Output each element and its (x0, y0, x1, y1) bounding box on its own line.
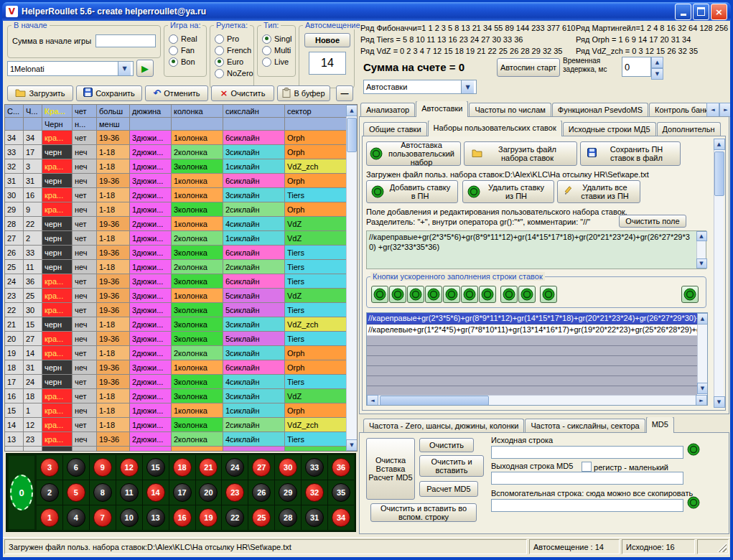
bet-chip-6[interactable] (461, 286, 478, 303)
scroll-down-icon[interactable]: ▼ (697, 383, 709, 394)
column-header[interactable]: Черн (42, 118, 73, 131)
tab-bottom-2[interactable]: MD5 (646, 417, 674, 433)
scroll-down-icon[interactable]: ▼ (346, 439, 358, 451)
number-chip[interactable]: 25 (252, 508, 271, 527)
board-cell-23[interactable]: 23 (222, 480, 248, 505)
scroll-up-icon[interactable]: ▲ (714, 139, 725, 150)
md5-helper-input[interactable] (491, 499, 683, 512)
number-chip[interactable]: 23 (225, 483, 244, 502)
table-row[interactable]: 2027кра...неч19-363дюжи...3колонка5сикла… (5, 332, 346, 346)
column-header[interactable]: менш (97, 118, 130, 131)
radio-fan[interactable]: Fan (169, 45, 205, 56)
board-cell-22[interactable]: 22 (222, 505, 248, 530)
number-chip[interactable]: 26 (252, 483, 271, 502)
number-chip[interactable]: 20 (199, 483, 218, 502)
number-chip[interactable]: 3 (40, 458, 59, 477)
table-row[interactable]: 2115черннеч1-182дюжи...3колонка3сиклайнV… (5, 317, 346, 332)
board-cell-10[interactable]: 10 (116, 505, 142, 530)
column-header[interactable]: чет (73, 105, 97, 118)
number-chip[interactable]: 5 (67, 483, 85, 502)
number-chip[interactable]: 29 (279, 483, 297, 502)
board-cell-6[interactable]: 6 (63, 455, 89, 480)
play-button[interactable]: ▶ (136, 60, 154, 77)
radio-real[interactable]: Real (169, 33, 205, 45)
md5-clear-paste-button[interactable]: Очистить и вставить (419, 455, 484, 477)
board-cell-16[interactable]: 16 (169, 505, 195, 530)
number-chip[interactable]: 6 (67, 458, 85, 477)
board-cell-31[interactable]: 31 (302, 505, 327, 530)
board-cell-21[interactable]: 21 (196, 455, 222, 480)
number-chip[interactable]: 22 (225, 508, 244, 527)
board-cell-14[interactable]: 14 (143, 480, 169, 505)
board-cell-3[interactable]: 3 (37, 455, 62, 480)
table-row[interactable]: 2325кра...неч19-363дюжи...1колонка5сикла… (5, 289, 346, 303)
close-button[interactable]: × (711, 4, 727, 20)
table-row[interactable]: 323кра...неч1-181дюжи...3колонка1сиклайн… (5, 159, 346, 174)
zero-chip[interactable]: 0 (10, 475, 33, 510)
column-header[interactable] (285, 118, 346, 131)
table-row[interactable]: 1914кра...чет1-182дюжи...2колонка3сиклай… (5, 346, 346, 360)
number-chip[interactable]: 27 (252, 458, 271, 477)
number-chip[interactable]: 18 (173, 458, 192, 477)
minimize-button[interactable] (675, 4, 691, 20)
radio-nozero[interactable]: NoZero (215, 67, 252, 79)
number-chip[interactable]: 24 (225, 458, 244, 477)
save-set-file-button[interactable]: Сохранить ПН ставок в файл (580, 141, 681, 166)
number-chip[interactable]: 30 (279, 458, 297, 477)
board-cell-27[interactable]: 27 (248, 455, 274, 480)
scroll-down-icon[interactable]: ▼ (714, 396, 725, 408)
number-chip[interactable]: 7 (93, 508, 112, 527)
scroll-up-icon[interactable]: ▲ (346, 105, 358, 116)
radio-multi[interactable]: Multi (262, 45, 294, 56)
list-item[interactable]: //карелевые+gr(1*2*4*5)+gr(7*8*10*11)+gr… (367, 325, 697, 336)
bet-chip-4[interactable] (425, 286, 442, 303)
number-chip[interactable]: 4 (67, 508, 85, 527)
number-chip[interactable]: 21 (199, 458, 218, 477)
table-row[interactable]: 2633черннеч19-363дюжи...3колонка6сиклайн… (5, 246, 346, 260)
board-cell-15[interactable]: 15 (143, 455, 169, 480)
list-scroll-thumb[interactable] (380, 396, 489, 406)
chevron-down-icon[interactable]: ▼ (461, 80, 474, 93)
md5-output-input[interactable] (491, 472, 683, 485)
board-cell-19[interactable]: 19 (196, 505, 222, 530)
panel-scroll-thumb[interactable] (714, 151, 724, 196)
clear-field-button[interactable]: Очистить поле (619, 215, 686, 228)
board-cell-24[interactable]: 24 (222, 455, 248, 480)
column-header[interactable] (172, 118, 223, 131)
radio-live[interactable]: Live (262, 56, 294, 67)
number-chip[interactable]: 17 (173, 483, 192, 502)
scroll-left-icon[interactable]: ◄ (367, 395, 378, 406)
column-header[interactable]: С... (5, 105, 24, 118)
number-chip[interactable]: 2 (40, 483, 59, 502)
number-chip[interactable]: 19 (199, 508, 218, 527)
number-chip[interactable]: 14 (146, 483, 165, 502)
tab-sub-0[interactable]: Общие ставки (363, 122, 427, 136)
number-chip[interactable]: 8 (93, 483, 112, 502)
number-chip[interactable]: 12 (120, 458, 139, 477)
start-sum-input[interactable] (95, 34, 156, 47)
bet-chip-8[interactable] (500, 286, 518, 303)
md5-source-input[interactable] (491, 446, 683, 459)
tab-main-2[interactable]: Частоты по числам (469, 103, 551, 117)
board-cell-35[interactable]: 35 (328, 480, 354, 505)
board-cell-25[interactable]: 25 (248, 505, 274, 530)
md5-source-action-button[interactable] (687, 443, 700, 457)
md5-calc-button[interactable]: Расчет MD5 (419, 481, 478, 497)
radio-pro[interactable]: Pro (215, 33, 252, 45)
table-row[interactable]: 3434кра...чет19-363дюжи...1колонка6сикла… (5, 131, 346, 145)
загрузить-button[interactable]: Загрузить (7, 85, 73, 101)
number-chip[interactable]: 16 (173, 508, 192, 527)
scroll-down-icon[interactable]: ▼ (696, 258, 707, 269)
number-chip[interactable]: 31 (305, 508, 324, 527)
maximize-button[interactable] (693, 4, 709, 20)
preset-combobox[interactable]: 1Melonati ▼ (7, 61, 134, 76)
spinner-down-icon[interactable]: ▼ (651, 68, 663, 80)
table-row[interactable]: 3131черннеч19-363дюжи...1колонка6сиклайн… (5, 174, 346, 188)
bet-chip-5[interactable] (443, 286, 460, 303)
column-header[interactable] (223, 118, 285, 131)
table-row[interactable]: 1412кра...чет1-181дюжи...3колонка2сиклай… (5, 418, 346, 432)
board-cell-12[interactable]: 12 (116, 455, 142, 480)
load-set-file-button[interactable]: Загрузить файл набора ставок (464, 141, 577, 166)
chevron-down-icon[interactable]: ▼ (118, 62, 131, 75)
list-horizontal-scrollbar[interactable]: ◄ ► (367, 395, 707, 405)
